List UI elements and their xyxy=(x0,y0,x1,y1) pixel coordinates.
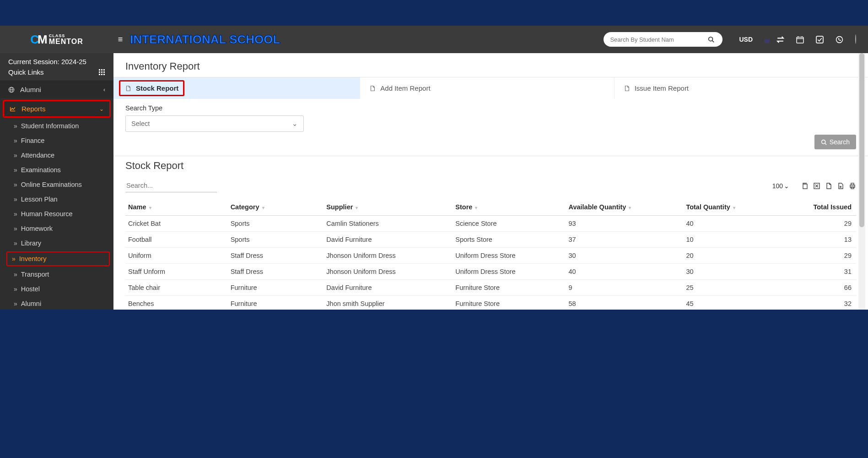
chevron-down-icon: ⌄ xyxy=(784,182,789,190)
cell-name: Table chair xyxy=(125,280,228,296)
cell-category: Staff Dress xyxy=(228,264,324,280)
sidebar-item-label: Alumni xyxy=(20,86,41,93)
svg-line-1 xyxy=(712,41,714,43)
cell-name: Benches xyxy=(125,296,228,310)
sidebar-item-examinations[interactable]: Examinations xyxy=(0,163,113,177)
sidebar-item-online-examinations[interactable]: Online Examinations xyxy=(0,177,113,192)
avatar[interactable] xyxy=(855,35,856,44)
whatsapp-icon[interactable] xyxy=(836,36,843,44)
sidebar-item-human-resource[interactable]: Human Resource xyxy=(0,207,113,221)
chevron-down-icon: ⌄ xyxy=(292,120,298,127)
cell-total: 45 xyxy=(683,296,777,310)
cell-issued: 66 xyxy=(777,280,856,296)
sidebar-item-finance[interactable]: Finance xyxy=(0,133,113,148)
table-row[interactable]: UniformStaff DressJhonson Uniform DressU… xyxy=(125,248,856,264)
col-store[interactable]: Store ▾ xyxy=(453,199,566,216)
search-button[interactable]: Search xyxy=(814,135,856,149)
currency-label[interactable]: USD xyxy=(739,36,753,43)
col-available[interactable]: Available Quantity ▾ xyxy=(566,199,683,216)
sidebar-item-label: Inventory xyxy=(19,255,47,262)
brand-logo[interactable]: CM CLASS MENTOR xyxy=(0,26,113,53)
sidebar-item-label: Human Resource xyxy=(21,210,73,218)
svg-rect-24 xyxy=(803,184,807,189)
swap-icon[interactable] xyxy=(776,36,784,44)
quick-links-grid-icon[interactable] xyxy=(99,69,105,76)
quick-links-label[interactable]: Quick Links xyxy=(8,68,44,76)
table-row[interactable]: Table chairFurnitureDavid FurnitureFurni… xyxy=(125,280,856,296)
svg-line-23 xyxy=(825,143,826,144)
student-search-input[interactable] xyxy=(610,36,708,43)
globe-icon xyxy=(8,87,15,93)
search-icon[interactable] xyxy=(708,36,721,43)
sidebar-item-hostel[interactable]: Hostel xyxy=(0,282,113,296)
table-search-input[interactable] xyxy=(125,179,217,192)
topbar: CM CLASS MENTOR ≡ INTERNATIONAL SCHOOL U… xyxy=(0,26,868,53)
search-type-select[interactable]: Select ⌄ xyxy=(125,115,304,132)
document-icon xyxy=(369,85,376,92)
tab-issue-item-report[interactable]: Issue Item Report xyxy=(615,77,868,99)
cell-available: 37 xyxy=(566,232,683,248)
excel-icon[interactable] xyxy=(813,182,820,190)
menu-toggle-icon[interactable]: ≡ xyxy=(113,35,127,44)
cell-name: Football xyxy=(125,232,228,248)
student-search[interactable] xyxy=(604,32,722,47)
cell-name: Uniform xyxy=(125,248,228,264)
sidebar-item-transport[interactable]: Transport xyxy=(0,267,113,282)
table-row[interactable]: Cricket BatSportsCamlin StationersScienc… xyxy=(125,216,856,232)
col-supplier[interactable]: Supplier ▾ xyxy=(323,199,453,216)
sidebar-item-student-information[interactable]: Student Information xyxy=(0,119,113,133)
sidebar-item-library[interactable]: Library xyxy=(0,236,113,251)
calendar-icon[interactable] xyxy=(796,36,804,44)
cell-issued: 31 xyxy=(777,264,856,280)
col-issued: Total Issued xyxy=(777,199,856,216)
sidebar-item-label: Online Examinations xyxy=(21,181,82,188)
sort-icon: ▾ xyxy=(629,205,631,210)
sidebar-item-inventory[interactable]: Inventory xyxy=(6,251,110,266)
csv-icon[interactable] xyxy=(825,182,832,190)
tab-add-item-report[interactable]: Add Item Report xyxy=(360,77,614,99)
svg-rect-13 xyxy=(103,71,105,73)
page-size-select[interactable]: 100 ⌄ xyxy=(772,182,789,190)
sidebar-item-reports[interactable]: Reports ⌄ xyxy=(3,100,111,118)
table-toolbar: 100 ⌄ xyxy=(113,177,868,195)
cell-store: Sports Store xyxy=(453,232,566,248)
pdf-icon[interactable] xyxy=(837,182,844,190)
col-name[interactable]: Name ▾ xyxy=(125,199,228,216)
tab-stock-report[interactable]: Stock Report xyxy=(113,77,360,99)
task-check-icon[interactable] xyxy=(816,36,824,44)
sidebar-item-label: Attendance xyxy=(21,152,54,159)
sidebar-item-label: Hostel xyxy=(21,285,40,293)
brand-big: MENTOR xyxy=(49,38,83,45)
sidebar: Current Session: 2024-25 Quick Links Alu… xyxy=(0,26,113,310)
table-row[interactable]: BenchesFurnitureJhon smith SupplierFurni… xyxy=(125,296,856,310)
scrollbar[interactable] xyxy=(858,53,865,310)
print-icon[interactable] xyxy=(849,182,856,190)
school-name: INTERNATIONAL SCHOOL xyxy=(130,33,280,47)
cell-store: Uniform Dress Store xyxy=(453,248,566,264)
chevron-down-icon: ⌄ xyxy=(99,106,104,112)
table-row[interactable]: FootballSportsDavid FurnitureSports Stor… xyxy=(125,232,856,248)
cell-store: Science Store xyxy=(453,216,566,232)
col-category[interactable]: Category ▾ xyxy=(228,199,324,216)
cell-supplier: Camlin Stationers xyxy=(323,216,453,232)
scrollbar-thumb[interactable] xyxy=(859,53,864,227)
cell-store: Uniform Dress Store xyxy=(453,264,566,280)
logo-mark: CM xyxy=(30,33,46,47)
sidebar-item-attendance[interactable]: Attendance xyxy=(0,148,113,163)
sidebar-item-alumni-top[interactable]: Alumni ‹ xyxy=(0,81,113,98)
session-label: Current Session: 2024-25 xyxy=(8,58,105,65)
svg-point-0 xyxy=(709,37,713,41)
table-row[interactable]: Staff UnformStaff DressJhonson Uniform D… xyxy=(125,264,856,280)
cell-supplier: David Furniture xyxy=(323,232,453,248)
search-type-label: Search Type xyxy=(125,104,856,112)
sidebar-item-alumni[interactable]: Alumni xyxy=(0,296,113,310)
cell-store: Furniture Store xyxy=(453,280,566,296)
col-total[interactable]: Total Quantity ▾ xyxy=(683,199,777,216)
cell-available: 30 xyxy=(566,248,683,264)
cell-issued: 13 xyxy=(777,232,856,248)
copy-icon[interactable] xyxy=(801,182,809,190)
cell-supplier: Jhonson Uniform Dress xyxy=(323,248,453,264)
main-content: Inventory Report Stock ReportAdd Item Re… xyxy=(113,26,868,310)
sidebar-item-homework[interactable]: Homework xyxy=(0,221,113,236)
sidebar-item-lesson-plan[interactable]: Lesson Plan xyxy=(0,192,113,207)
